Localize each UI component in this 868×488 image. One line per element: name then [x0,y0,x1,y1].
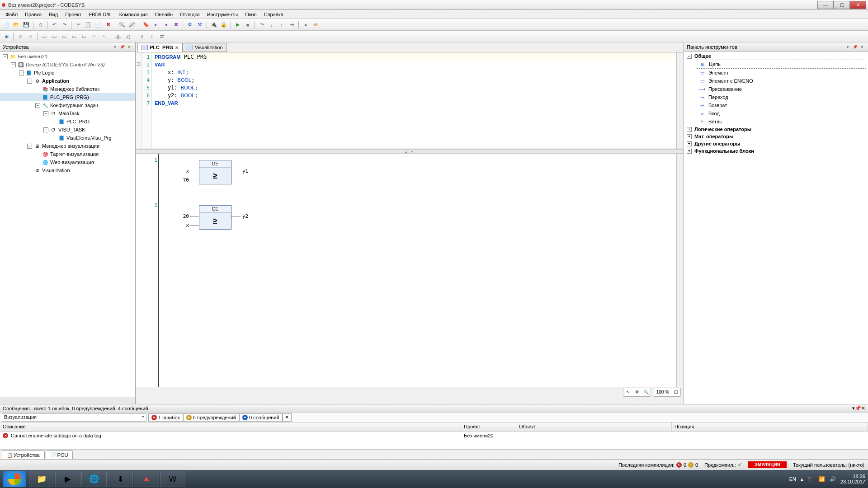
menu-компиляция[interactable]: Компиляция [116,11,151,18]
fbd-box-icon[interactable]: ▭ [50,32,59,41]
minimize-button[interactable]: — [817,1,834,9]
tray-flag-icon[interactable]: 🏴 [808,476,814,482]
fbd-comment-icon[interactable]: // [137,32,146,41]
tray-network-icon[interactable]: 📶 [819,476,825,482]
toolbox-item[interactable]: ▭Элемент [684,69,868,77]
messages-pin-icon[interactable]: 📌 [855,405,861,411]
editor-splitter[interactable]: ▴ ▾ [136,149,684,154]
panel-close-icon[interactable]: ✕ [126,44,132,50]
task-download[interactable]: ⬇ [108,471,133,487]
fbd-jump-icon[interactable]: ▭ [70,32,79,41]
toolbox-item[interactable]: ⊳Вход [684,109,868,117]
message-row[interactable]: ✕Cannot enumerate subtags on a data tagБ… [0,432,868,440]
expander-icon[interactable]: − [27,79,32,84]
expander-icon[interactable]: − [43,111,48,116]
print-icon[interactable]: 🖨 [36,20,45,29]
menu-fbd/ld/il[interactable]: FBD/LD/IL [85,11,115,18]
col-position[interactable]: Позиция [672,422,868,431]
step-into-icon[interactable]: ↓ [267,20,276,29]
messages-filter-chip[interactable]: ●0 предупреждений [183,413,239,422]
bookmark-icon[interactable]: 🔖 [142,20,151,29]
fbd-return-icon[interactable]: ▭ [80,32,89,41]
tree-item[interactable]: 📘PLC_PRG (PRG) [0,93,135,101]
messages-filter-chip[interactable]: ●1 ошибок [148,413,183,422]
fbd-block-GE[interactable]: GE≥ [199,205,231,230]
messages-filter-chip[interactable]: ●0 сообщений [239,413,283,422]
menu-отладка[interactable]: Отладка [176,11,203,18]
copy-icon[interactable]: 📋 [84,20,93,29]
save-icon[interactable]: 💾 [22,20,31,29]
expander-icon[interactable]: − [3,54,8,59]
menu-инструменты[interactable]: Инструменты [203,11,242,18]
toolbox-category[interactable]: −Общее [684,52,868,60]
menu-справка[interactable]: Справка [260,11,287,18]
code-vscroll[interactable] [676,52,684,149]
step-icon[interactable]: ⇥ [287,20,296,29]
col-project[interactable]: Проект [461,422,516,431]
start-button[interactable] [3,471,26,487]
delete-icon[interactable]: ✖ [104,20,113,29]
toolbox-pin-icon[interactable]: 📌 [852,44,858,50]
pointer-tool-icon[interactable]: ↖ [624,389,632,396]
expander-icon[interactable]: − [27,144,32,149]
messages-clear-button[interactable]: ✕ [283,413,292,422]
menu-окно[interactable]: Окно [241,11,260,18]
open-file-icon[interactable]: 📂 [12,20,21,29]
cut-icon[interactable]: ✂ [74,20,83,29]
tab-close-icon[interactable]: ✕ [175,45,179,50]
step-out-icon[interactable]: ↑ [277,20,286,29]
fbd-mode-icon[interactable]: ⊞ [2,32,11,41]
logout-icon[interactable]: 🔓 [219,20,228,29]
tree-item[interactable]: −🔧Конфигурация задач [0,101,135,109]
tray-volume-icon[interactable]: 🔊 [830,476,836,482]
undo-icon[interactable]: ↶ [50,20,59,29]
fbd-canvas[interactable]: 1GE≥x70y12GE≥20xy2 [136,154,676,387]
expander-icon[interactable]: − [687,54,692,59]
watch-icon[interactable]: 👁 [311,20,320,29]
pin-label[interactable]: y2 [242,213,248,219]
fbd-hscroll[interactable] [136,397,684,404]
fbd-label-icon[interactable]: T [147,32,156,41]
tree-item[interactable]: −📁Без имени20 [0,52,135,61]
tree-item[interactable]: −📘Plc Logic [0,69,135,77]
tray-lang[interactable]: EN [789,476,796,482]
toolbox-close-icon[interactable]: ✕ [859,44,865,50]
fold-gutter[interactable]: ⊟ [136,52,142,149]
menu-файл[interactable]: Файл [2,11,21,18]
fbd-coil-icon[interactable]: -() [123,32,132,41]
paste-icon[interactable]: 📄 [94,20,103,29]
toolbox-category[interactable]: +Логические операторы [684,126,868,133]
bookmark-next-icon[interactable]: ▸ [151,20,160,29]
tree-item[interactable]: 🌐Web-визуализация [0,158,135,166]
bookmark-prev-icon[interactable]: ◂ [161,20,170,29]
new-file-icon[interactable]: 📄 [2,20,11,29]
toolbox-item[interactable]: ▭Элемент с EN/ENO [684,77,868,85]
code-editor[interactable]: ⊟ 1234567 PROGRAM PLC_PRG VAR x: INT; y:… [136,52,684,149]
maximize-button[interactable]: ▢ [834,1,850,9]
tree-item[interactable]: 📚Менеджер библиотек [0,85,135,93]
toolbox-category[interactable]: +Мат. операторы [684,133,868,140]
messages-source-dropdown[interactable]: Визуализация [2,413,146,422]
task-chrome[interactable]: 🌐 [81,471,107,487]
code-area[interactable]: PROGRAM PLC_PRG VAR x: INT; y: BOOL; y1:… [152,52,676,149]
col-description[interactable]: Описание [0,422,461,431]
tree-item[interactable]: −🔲Device (CODESYS Control Win V3) [0,61,135,69]
redo-icon[interactable]: ↷ [60,20,69,29]
tree-item[interactable]: 🖥Visualization [0,166,135,174]
toolbox-category[interactable]: +Другие операторы [684,140,868,147]
pin-label[interactable]: y1 [242,168,248,174]
hand-tool-icon[interactable]: ✥ [633,389,641,396]
pin-label[interactable]: x [186,168,189,174]
tree-item[interactable]: −⚙Application [0,77,135,85]
devices-tree[interactable]: −📁Без имени20−🔲Device (CODESYS Control W… [0,52,135,397]
panel-pin-icon[interactable]: 📌 [119,44,125,50]
system-tray[interactable]: EN ▴ 🏴 📶 🔊 18:26 23.10.2017 [789,474,865,484]
tree-item[interactable]: −⏱MainTask [0,109,135,117]
expander-icon[interactable]: − [11,62,16,67]
fbd-toggle-icon[interactable]: ⇄ [157,32,166,41]
breakpoint-icon[interactable]: ● [301,20,310,29]
expander-icon[interactable]: − [35,103,40,108]
expander-icon[interactable]: − [19,70,24,75]
rebuild-icon[interactable]: ⚒ [195,20,204,29]
tree-item[interactable]: 📘VisuElems.Visu_Prg [0,134,135,142]
